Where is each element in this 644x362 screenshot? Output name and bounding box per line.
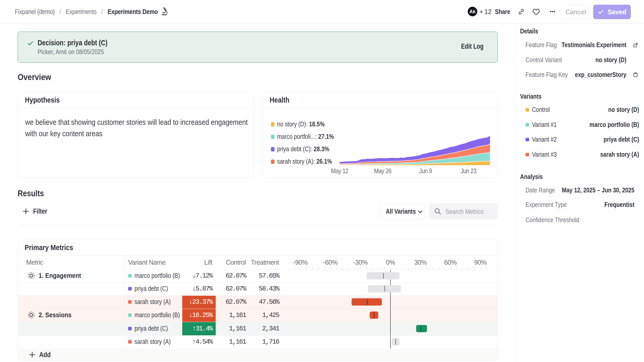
svg-text:May 26: May 26 — [374, 168, 392, 175]
svg-text:Jun 23: Jun 23 — [461, 168, 477, 175]
svg-text:May 12: May 12 — [331, 168, 348, 175]
svg-text:Jun 9: Jun 9 — [419, 168, 432, 175]
